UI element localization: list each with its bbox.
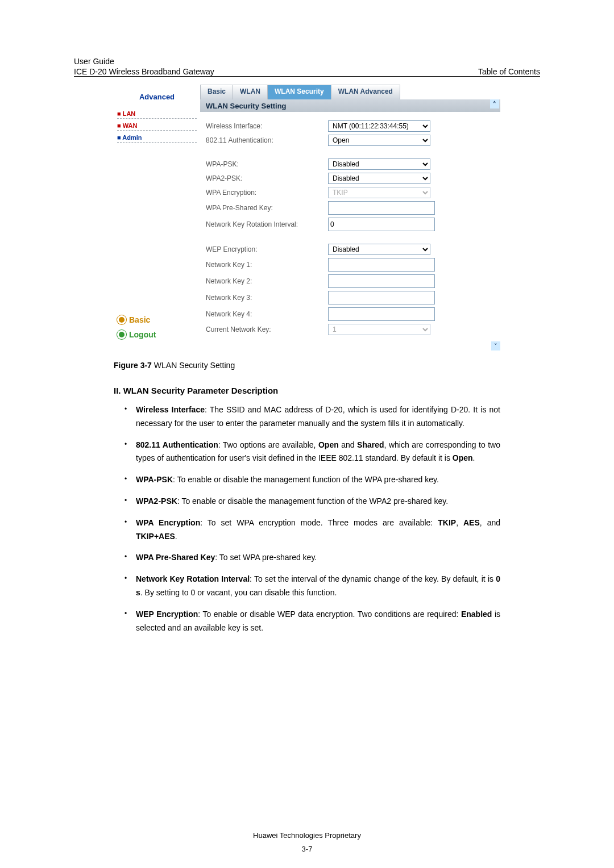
list-item: 802.11 Authentication: Two options are a… (122, 439, 500, 474)
desc-comma: , (456, 518, 463, 527)
wireless-interface-label: Wireless Interface: (206, 122, 328, 130)
term-open-2: Open (453, 453, 473, 462)
curkey-label: Current Network Key: (206, 326, 328, 333)
figure-caption-bold: Figure 3-7 (114, 361, 154, 370)
wepenc-label: WEP Encryption: (206, 245, 328, 253)
wpapsk-select[interactable]: Disabled (328, 158, 430, 170)
nk2-label: Network Key 2: (206, 277, 328, 285)
nk1-label: Network Key 1: (206, 261, 328, 269)
wpaenc-select[interactable]: TKIP (328, 187, 430, 198)
panel-title: WLAN Security Setting (206, 102, 287, 110)
sidebar-advanced-title: Advanced (117, 93, 197, 101)
desc-auth-end: . (473, 453, 475, 462)
figure-screenshot: Advanced ■ LAN ■ WAN ■ Admin Basic Logou… (114, 85, 500, 350)
term-wpa2psk: WPA2-PSK (136, 496, 177, 506)
desc-and: , and (480, 518, 500, 527)
desc-wpapre: : To set WPA pre-shared key. (215, 553, 317, 562)
desc-wpapsk: : To enable or disable the management fu… (173, 475, 439, 484)
list-item: Network Key Rotation Interval: To set th… (122, 573, 500, 608)
list-item: Wireless Interface: The SSID and MAC add… (122, 403, 500, 439)
header-right: Table of Contents (478, 67, 540, 76)
sidebar-wan-label: WAN (123, 122, 138, 129)
sidebar-lan-label: LAN (123, 110, 136, 117)
gear-icon (117, 315, 126, 324)
term-open: Open (318, 440, 339, 449)
power-icon (117, 330, 126, 339)
rotation-label: Network Key Rotation Interval: (206, 220, 328, 228)
wepenc-select[interactable]: Disabled (328, 244, 430, 255)
tab-wlan[interactable]: WLAN (233, 85, 268, 99)
tab-basic[interactable]: Basic (200, 85, 233, 99)
list-item: WEP Encryption: To enable or disable WEP… (122, 608, 500, 643)
nk4-label: Network Key 4: (206, 310, 328, 318)
desc-auth-and: and (339, 440, 357, 449)
wireless-interface-select[interactable]: NMT (00:11:22:33:44:55) (328, 120, 430, 132)
page-number: 3-7 (0, 845, 614, 853)
term-wpaenc: WPA Encryption (136, 518, 200, 527)
footer-text: Huawei Technologies Proprietary (0, 831, 614, 840)
divider (117, 141, 197, 143)
list-item: WPA-PSK: To enable or disable the manage… (122, 473, 500, 495)
term-wireless-interface: Wireless Interface (136, 405, 205, 414)
term-aes: AES (463, 518, 480, 527)
header-product: ICE D-20 Wireless Broadband Gateway (74, 67, 214, 76)
section-heading: II. WLAN Security Parameter Description (114, 386, 500, 395)
sidebar-logout-label: Logout (129, 330, 156, 339)
panel-title-bar: WLAN Security Setting ˄ (200, 99, 500, 112)
term-enabled: Enabled (461, 610, 492, 619)
term-wpapre: WPA Pre-Shared Key (136, 553, 215, 562)
config-main-panel: Basic WLAN WLAN Security WLAN Advanced W… (200, 85, 500, 350)
auth-select[interactable]: Open (328, 135, 430, 146)
wpapre-input[interactable] (328, 201, 435, 215)
auth-label: 802.11 Authentication: (206, 136, 328, 144)
tab-wlan-security[interactable]: WLAN Security (268, 85, 331, 99)
desc-wpaenc-1: : To set WPA encryption mode. Three mode… (200, 518, 438, 527)
nk4-input[interactable] (328, 307, 435, 321)
list-item: WPA Encryption: To set WPA encryption mo… (122, 516, 500, 552)
wpapsk-label: WPA-PSK: (206, 160, 328, 168)
nk3-input[interactable] (328, 291, 435, 304)
desc-wpa2psk: : To enable or disable the management fu… (177, 496, 448, 506)
sidebar-logout-link[interactable]: Logout (117, 330, 197, 339)
sidebar-admin-label: Admin (122, 134, 142, 141)
desc-rot-2: . By setting to 0 or vacant, you can dis… (140, 588, 337, 597)
scroll-down-icon[interactable]: ˅ (491, 341, 500, 350)
list-item: WPA Pre-Shared Key: To set WPA pre-share… (122, 551, 500, 573)
scroll-up-icon[interactable]: ˄ (490, 99, 499, 108)
divider (117, 118, 197, 119)
term-tkipaes: TKIP+AES (136, 532, 175, 541)
sidebar-basic-link[interactable]: Basic (117, 315, 197, 324)
term-rot: Network Key Rotation Interval (136, 574, 250, 583)
header-guide: User Guide (74, 57, 540, 66)
nk1-input[interactable] (328, 258, 435, 272)
term-tkip: TKIP (438, 518, 456, 527)
sidebar-basic-label: Basic (129, 315, 150, 324)
rotation-input[interactable] (328, 218, 435, 231)
bullet-list: Wireless Interface: The SSID and MAC add… (122, 403, 500, 642)
figure-caption-text: WLAN Security Setting (154, 361, 235, 370)
desc-dot: . (175, 532, 177, 541)
wpapre-label: WPA Pre-Shared Key: (206, 204, 328, 212)
tabs: Basic WLAN WLAN Security WLAN Advanced (200, 85, 500, 99)
figure-caption: Figure 3-7 WLAN Security Setting (114, 361, 500, 370)
tab-wlan-advanced[interactable]: WLAN Advanced (331, 85, 400, 99)
nk3-label: Network Key 3: (206, 294, 328, 302)
wpaenc-label: WPA Encryption: (206, 189, 328, 197)
divider (117, 130, 197, 131)
term-auth: 802.11 Authentication (136, 440, 218, 449)
desc-wep-1: : To enable or disable WEP data encrypti… (198, 610, 461, 619)
desc-auth-1: : Two options are available, (218, 440, 318, 449)
term-shared: Shared (357, 440, 384, 449)
desc-rot-1: : To set the interval of the dynamic cha… (250, 574, 496, 583)
curkey-select[interactable]: 1 (328, 324, 430, 335)
term-wpapsk: WPA-PSK (136, 475, 173, 484)
list-item: WPA2-PSK: To enable or disable the manag… (122, 495, 500, 516)
wpa2psk-select[interactable]: Disabled (328, 173, 430, 184)
nk2-input[interactable] (328, 274, 435, 288)
term-wep: WEP Encryption (136, 610, 198, 619)
wpa2psk-label: WPA2-PSK: (206, 174, 328, 182)
config-sidebar: Advanced ■ LAN ■ WAN ■ Admin Basic Logou… (114, 85, 200, 350)
